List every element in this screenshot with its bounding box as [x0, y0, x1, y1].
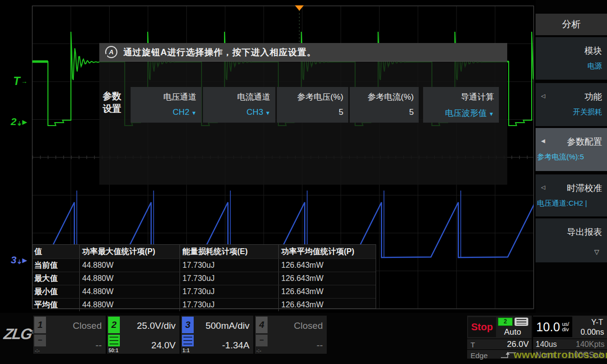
table-row: 当前值 44.880W 17.730uJ 126.643mW — [33, 258, 376, 272]
trigger-source-badge: 2 — [498, 318, 513, 326]
trigger-type-label: Edge — [471, 351, 488, 360]
panel-value: 电压通道:CH2 | — [537, 199, 587, 208]
channel3-offset: -1.34A — [222, 340, 249, 351]
channel1-coupling-icon: – — [34, 335, 46, 346]
watermark: www.cntronics.com — [514, 349, 607, 361]
run-stop-indicator[interactable]: Stop — [468, 317, 496, 337]
stats-value: 17.730uJ — [180, 285, 278, 298]
display-mode: Y-T — [591, 318, 603, 327]
param-section-label: 参数设置 — [103, 90, 125, 115]
zlg-logo: ZLG® — [2, 325, 37, 343]
knob-select-dialog: A 通过旋钮A进行选择操作，按下进入相应设置。 参数设置 电压通道 CH2▼ 电… — [99, 43, 507, 185]
stats-value: 126.643mW — [278, 299, 376, 311]
panel-value: 参考电流(%):5 — [537, 152, 584, 162]
ref-current-button[interactable]: 参考电流(%) 5 — [350, 87, 419, 123]
panel-title: 功能 — [585, 91, 602, 103]
channel4-offset: -- — [316, 340, 323, 351]
channel3-scale: 500mA/div — [205, 321, 249, 331]
timebase-scale[interactable]: 10.0 us/ div — [533, 317, 572, 337]
stats-header-row: 值 功率最大值统计项(P) 能量损耗统计项(E) 功率平均值统计项(P) — [33, 245, 376, 258]
sidebar-item-deskew[interactable]: ◁ 时滞校准 电压通道:CH2 | — [536, 174, 607, 216]
chevron-left-icon: ◁ — [541, 184, 545, 191]
dropdown-arrow-icon: ▼ — [489, 111, 494, 117]
channel1-offset: -- — [95, 340, 102, 351]
channel1-block[interactable]: 1 – -:- Closed -- — [33, 316, 106, 354]
memory-depth: 140Kpts — [576, 340, 605, 349]
dialog-header: A 通过旋钮A进行选择操作，按下进入相应设置。 — [99, 43, 507, 62]
stats-row-label: 当前值 — [33, 259, 79, 272]
panel-value: 开关损耗 — [573, 107, 602, 117]
probe-ratio: 1:1 — [182, 348, 189, 353]
channel1-badge: 1 — [34, 317, 46, 333]
param-value: CH2 — [173, 107, 189, 117]
param-value: 5 — [339, 107, 343, 117]
stats-row-label: 最小值 — [33, 285, 79, 298]
probe-ratio: 50:1 — [109, 348, 118, 353]
dialog-body: 参数设置 电压通道 CH2▼ 电流通道 CH3▼ 参考电压(%) 5 参考电流(… — [99, 62, 507, 185]
panel-title: 模块 — [585, 45, 602, 57]
dialog-message: 通过旋钮A进行选择操作，按下进入相应设置。 — [123, 46, 316, 58]
panel-title: 导出报表 — [567, 226, 602, 238]
chevron-left-filled-icon: ◀ — [541, 138, 545, 144]
trigger-level-marker[interactable]: T → — [13, 75, 27, 88]
conduction-calc-button[interactable]: 导通计算 电压波形值▼ — [423, 87, 499, 123]
stats-value: 126.643mW — [278, 272, 376, 285]
trigger-mode: Auto — [496, 327, 529, 337]
ch2-marker-arrow-icon: ▶ — [22, 118, 27, 126]
channel3-badge: 3 — [182, 317, 194, 333]
stats-value: 44.880W — [79, 285, 180, 298]
trigger-level-row: T 26.0V — [467, 339, 532, 349]
ch2-zero-marker[interactable]: 2 ⏚ ▶ — [11, 116, 27, 128]
param-title: 导通计算 — [426, 91, 494, 103]
sidebar-title: 分析 — [536, 14, 607, 35]
sidebar-item-export-report[interactable]: 导出报表 ▽ — [536, 218, 607, 262]
stats-col-header: 值 — [33, 245, 79, 258]
trigger-marker-label: T — [13, 75, 20, 88]
channel4-block[interactable]: 4 – -:- Closed -- — [255, 316, 327, 354]
stats-col-header: 能量损耗统计项(E) — [180, 245, 278, 258]
ch2-marker-label: 2 — [11, 116, 17, 128]
channel4-badge: 4 — [256, 317, 268, 333]
table-row: 最大值 44.880W 17.730uJ 126.643mW — [33, 272, 376, 285]
table-row: 平均值 44.880W 17.730uJ 126.643mW — [33, 298, 376, 311]
probe-ratio: -:- — [35, 348, 40, 353]
ch3-marker-arrow-icon: ▶ — [22, 257, 27, 264]
channel2-offset: 24.0V — [151, 340, 176, 351]
voltage-channel-button[interactable]: 电压通道 CH2▼ — [131, 87, 202, 123]
current-channel-button[interactable]: 电流通道 CH3▼ — [203, 87, 275, 123]
panel-value: 电源 — [587, 62, 602, 71]
timebase-unit: us/ div — [562, 321, 569, 332]
stats-value: 44.880W — [79, 272, 180, 285]
ground-icon: ⏚ — [18, 121, 22, 127]
channel1-status: Closed — [73, 321, 102, 331]
stats-col-header: 功率最大值统计项(P) — [79, 245, 180, 258]
time-span: 140us — [536, 340, 557, 349]
param-title: 参考电压(%) — [280, 91, 343, 103]
stats-row-label: 最大值 — [33, 272, 79, 285]
panel-title: 时滞校准 — [567, 182, 602, 194]
sidebar-item-module[interactable]: 模块 电源 — [536, 37, 607, 80]
sidebar-item-param-config[interactable]: ◀ 参数配置 参考电流(%):5 — [536, 128, 607, 171]
chevron-down-icon: ▽ — [594, 248, 599, 256]
sidebar-item-function[interactable]: ◁ 功能 开关损耗 — [536, 83, 607, 126]
knob-a-icon: A — [105, 46, 117, 58]
channel4-coupling-icon: – — [256, 335, 268, 346]
stats-value: 44.880W — [79, 259, 180, 272]
trigger-delay: 0.00ns — [581, 328, 604, 337]
channel2-scale: 25.0V/div — [137, 321, 176, 331]
channel2-block[interactable]: 2 50:1 25.0V/div 24.0V — [107, 316, 180, 354]
channel2-badge: 2 — [108, 317, 120, 333]
param-title: 参考电流(%) — [353, 91, 414, 103]
ref-voltage-button[interactable]: 参考电压(%) 5 — [277, 87, 348, 123]
channel3-coupling-icon — [182, 335, 194, 346]
trigger-position-marker[interactable] — [295, 5, 304, 11]
measurement-stats-table: 值 功率最大值统计项(P) 能量损耗统计项(E) 功率平均值统计项(P) 当前值… — [32, 244, 376, 309]
stats-value: 17.730uJ — [180, 259, 278, 272]
timebase-row2: 140us 140Kpts — [533, 339, 607, 349]
param-title: 电压通道 — [134, 91, 197, 103]
panel-title: 参数配置 — [567, 136, 602, 148]
channel3-block[interactable]: 3 1:1 500mA/div -1.34A — [181, 316, 253, 354]
ch3-zero-marker[interactable]: 3 ⏚ ▶ — [11, 254, 27, 266]
channel4-status: Closed — [294, 321, 323, 331]
trigger-level-value: 26.0V — [507, 340, 529, 349]
